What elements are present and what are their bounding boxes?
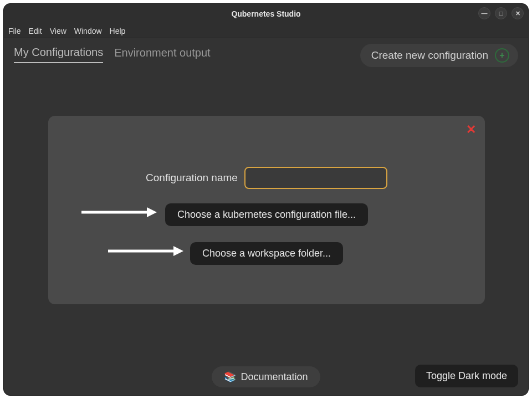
create-configuration-label: Create new configuration — [371, 49, 488, 62]
close-icon: ✕ — [515, 10, 520, 17]
dialog-close-button[interactable]: ✕ — [466, 122, 476, 137]
app-body: My Configurations Environment output Cre… — [4, 38, 528, 395]
close-icon: ✕ — [466, 122, 476, 136]
app-window: Qubernetes Studio — □ ✕ File Edit View W… — [3, 3, 529, 396]
maximize-button[interactable]: □ — [495, 7, 507, 19]
tabs-row: My Configurations Environment output Cre… — [4, 38, 528, 68]
menu-file[interactable]: File — [8, 27, 21, 35]
tab-my-configurations[interactable]: My Configurations — [14, 46, 103, 63]
menu-help[interactable]: Help — [110, 27, 126, 35]
choose-workspace-button[interactable]: Choose a workspace folder... — [190, 242, 343, 265]
choose-kube-row: Choose a kubernetes configuration file..… — [48, 203, 485, 226]
titlebar: Qubernetes Studio — □ ✕ — [4, 4, 528, 24]
menu-window[interactable]: Window — [74, 27, 102, 35]
choose-kube-file-button[interactable]: Choose a kubernetes configuration file..… — [165, 203, 368, 226]
minimize-icon: — — [482, 10, 488, 17]
documentation-button[interactable]: 📚 Documentation — [212, 366, 320, 387]
books-icon: 📚 — [224, 371, 236, 383]
choose-workspace-row: Choose a workspace folder... — [48, 242, 485, 265]
new-configuration-dialog: ✕ Configuration name Choose a kubernetes… — [48, 116, 485, 304]
tab-environment-output[interactable]: Environment output — [114, 47, 210, 63]
menu-view[interactable]: View — [50, 27, 66, 35]
toggle-dark-mode-button[interactable]: Toggle Dark mode — [415, 365, 518, 387]
window-controls: — □ ✕ — [478, 7, 524, 19]
plus-icon: + — [495, 48, 509, 63]
config-name-input[interactable] — [244, 167, 387, 189]
menu-edit[interactable]: Edit — [29, 27, 42, 35]
maximize-icon: □ — [499, 10, 503, 17]
documentation-label: Documentation — [241, 371, 308, 383]
window-title: Qubernetes Studio — [231, 9, 300, 18]
config-name-row: Configuration name — [48, 167, 485, 189]
create-configuration-button[interactable]: Create new configuration + — [360, 44, 518, 67]
menubar: File Edit View Window Help — [4, 24, 528, 38]
close-window-button[interactable]: ✕ — [511, 7, 524, 19]
minimize-button[interactable]: — — [478, 7, 490, 19]
config-name-label: Configuration name — [146, 172, 238, 184]
